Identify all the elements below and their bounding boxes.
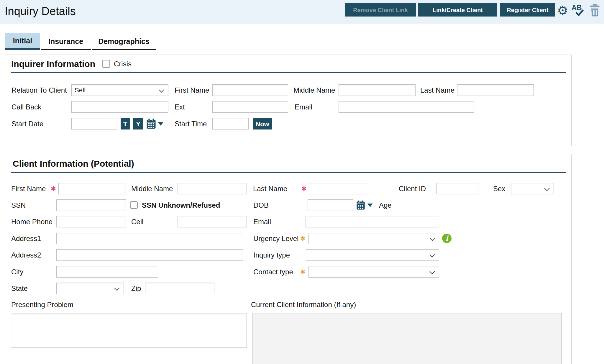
call-back-label: Call Back [12,101,41,113]
urgency-level-required-icon: ✱ [300,233,306,244]
first-name-required-icon: ✱ [51,183,56,194]
chevron-down-icon [429,269,435,274]
ssn-input[interactable] [56,199,126,211]
spellcheck-icon[interactable]: AB [572,4,587,18]
client-first-name-label: First Name [11,183,46,194]
ssn-unknown-label: SSN Unknown/Refused [142,199,220,211]
cell-label: Cell [131,216,143,227]
urgency-level-select[interactable] [308,233,439,244]
contact-type-select[interactable] [308,266,439,278]
inquiry-details-page: Inquiry Details Remove Client Link Link/… [0,0,604,364]
relation-to-client-label: Relation To Client [12,84,67,96]
dob-calendar-dropdown-icon[interactable] [367,204,373,207]
inquirer-section-title: Inquirer Information [11,58,95,70]
relation-to-client-select[interactable]: Self [71,84,168,96]
client-title-rule [11,172,566,173]
inquirer-first-name-input[interactable] [212,84,288,96]
crisis-label: Crisis [114,58,132,70]
start-time-label: Start Time [175,118,207,129]
address2-label: Address2 [11,249,41,261]
sex-select[interactable] [511,183,554,194]
cell-input[interactable] [178,216,247,227]
chevron-down-icon [159,87,164,92]
tab-initial[interactable]: Initial [5,33,40,50]
client-last-name-label: Last Name [253,183,287,194]
client-last-name-input[interactable] [309,183,369,194]
start-date-label: Start Date [12,118,43,129]
ext-label: Ext [175,101,185,113]
start-time-input[interactable] [212,118,249,129]
inquirer-middle-name-label: Middle Name [293,84,335,96]
contact-type-required-icon: ✱ [300,266,306,278]
relation-to-client-value: Self [75,85,86,96]
urgency-level-label: Urgency Level [253,233,298,244]
age-label: Age [379,199,392,211]
client-email-input[interactable] [306,216,439,227]
chevron-down-icon [429,235,435,241]
chevron-down-icon [544,186,549,191]
inquiry-type-label: Inquiry type [253,249,290,261]
call-back-input[interactable] [71,101,168,113]
dob-calendar-icon[interactable] [356,200,365,211]
client-middle-name-input[interactable] [178,183,247,194]
ssn-unknown-checkbox[interactable] [130,201,138,209]
chevron-down-icon [429,252,435,257]
link-create-client-button[interactable]: Link/Create Client [418,3,497,17]
home-phone-label: Home Phone [11,216,52,227]
state-label: State [11,283,28,294]
today-button[interactable]: T [121,118,130,129]
zip-label: Zip [131,283,141,294]
ssn-label: SSN [11,199,26,211]
gear-icon[interactable]: ⚙ [557,4,568,18]
home-phone-input[interactable] [56,216,126,227]
sex-label: Sex [493,183,505,194]
tab-insurance[interactable]: Insurance [41,34,91,50]
city-input[interactable] [56,266,158,278]
address1-label: Address1 [11,233,41,244]
inquirer-title-rule [11,72,566,73]
client-first-name-input[interactable] [58,183,126,194]
yesterday-button[interactable]: Y [133,118,143,129]
inquirer-email-label: Email [295,101,312,113]
client-email-label: Email [253,216,271,227]
city-label: City [11,266,23,278]
client-middle-name-label: Middle Name [131,183,173,194]
dob-input[interactable] [308,199,353,211]
inquirer-last-name-label: Last Name [420,84,454,96]
check-mark-icon [575,9,584,16]
state-select[interactable] [56,283,124,294]
inquirer-middle-name-input[interactable] [339,84,416,96]
urgency-info-icon[interactable]: i [442,234,452,243]
current-client-info-label: Current Client Information (If any) [251,299,356,310]
remove-client-link-button[interactable]: Remove Client Link [345,3,416,17]
zip-input[interactable] [145,283,214,294]
register-client-button[interactable]: Register Client [500,3,555,17]
trash-icon[interactable] [590,4,600,17]
client-id-input[interactable] [436,183,479,194]
now-button[interactable]: Now [253,118,272,129]
start-date-calendar-dropdown-icon[interactable] [158,122,163,126]
inquirer-last-name-input[interactable] [457,84,534,96]
address1-input[interactable] [56,233,243,244]
presenting-problem-label: Presenting Problem [11,299,73,310]
start-date-input[interactable] [71,118,117,129]
client-section-title: Client Information (Potential) [13,158,134,169]
current-client-info-textarea [252,313,562,364]
page-title: Inquiry Details [5,4,76,19]
inquiry-type-select[interactable] [306,249,439,261]
inquirer-email-input[interactable] [339,101,474,113]
contact-type-label: Contact type [253,266,293,278]
dob-label: DOB [253,199,269,211]
tab-demographics[interactable]: Demographics [92,34,156,50]
inquirer-first-name-label: First Name [175,84,209,96]
ext-input[interactable] [212,101,288,113]
crisis-checkbox[interactable] [102,60,110,68]
presenting-problem-textarea[interactable] [11,314,247,348]
page-header: Inquiry Details Remove Client Link Link/… [0,0,604,24]
chevron-down-icon [114,285,119,291]
address2-input[interactable] [56,249,243,261]
client-id-label: Client ID [399,183,426,194]
start-date-calendar-icon[interactable] [146,118,156,130]
last-name-required-icon: ✱ [301,183,307,194]
